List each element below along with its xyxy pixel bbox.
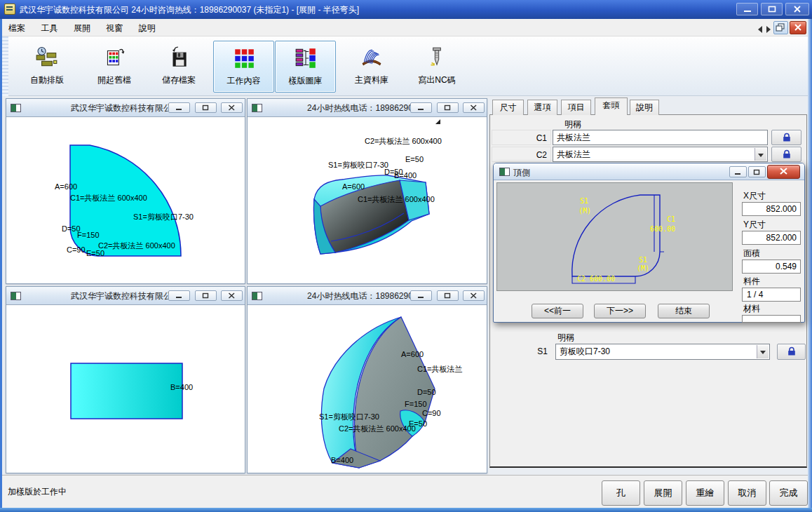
- part-count-value: 1 / 4: [742, 288, 801, 302]
- toolbar-master-database[interactable]: 主資料庫: [341, 41, 402, 93]
- dialog-title-bar[interactable]: 頂側: [494, 163, 804, 180]
- flat-pattern-view[interactable]: A=600 C1=共板法兰 600x400 S1=剪板咬口7-30 D=50 F…: [7, 118, 244, 283]
- fitting-value-c1[interactable]: 共板法兰: [553, 130, 768, 145]
- chevron-down-icon[interactable]: [755, 148, 766, 161]
- window-frame-left: [0, 19, 2, 508]
- master-database-icon: [360, 46, 384, 69]
- menu-bar: 檔案 工具 展開 視窗 說明: [2, 19, 808, 36]
- child-title-bar[interactable]: 24小时热线电话：18986290037: [248, 287, 487, 305]
- dim-label: C1=共板法兰 600x400: [70, 193, 147, 203]
- child-title-bar[interactable]: 24小时热线电话：18986290037: [248, 99, 487, 117]
- tab-options[interactable]: 選項: [527, 100, 557, 115]
- drawing-icon: [11, 292, 21, 300]
- child-restore-button[interactable]: [437, 102, 459, 113]
- toolbar-overflow-icon[interactable]: [435, 119, 440, 124]
- cancel-button[interactable]: 取消: [728, 480, 766, 506]
- toolbar-auto-nest[interactable]: 自動排版: [16, 41, 78, 93]
- mdi-next-icon[interactable]: [766, 26, 771, 33]
- dialog-title: 頂側: [513, 167, 530, 179]
- toolbar-template-library[interactable]: 樣版圖庫: [275, 41, 336, 93]
- part-count-label: 料件: [743, 276, 760, 288]
- mdi-restore-button[interactable]: [773, 21, 788, 34]
- material-value: [742, 315, 801, 323]
- dim-label: A=600: [342, 182, 365, 191]
- lock-button-c1[interactable]: [771, 130, 801, 145]
- toolbar-label: 開起舊檔: [97, 75, 131, 85]
- toolbar: 自動排版 開起舊檔 儲存檔案: [2, 36, 808, 96]
- child-restore-button[interactable]: [195, 102, 217, 113]
- redraw-button[interactable]: 重繪: [686, 480, 724, 506]
- tab-notes[interactable]: 說明: [630, 100, 659, 115]
- child-restore-button[interactable]: [195, 290, 217, 301]
- window-title: 武汉华宇诚数控科技有限公司 24小时咨询热线：18986290037 (未指定1…: [20, 4, 359, 16]
- previous-button[interactable]: <<前一: [532, 304, 583, 318]
- mdi-close-icon: [794, 24, 802, 32]
- child-close-button[interactable]: [221, 102, 243, 113]
- status-bar: 加樣版於工作中 孔 展開 重繪 取消 完成: [2, 475, 808, 508]
- child-restore-button[interactable]: [437, 290, 459, 301]
- iso-view-1[interactable]: C2=共板法兰 600x400 S1=剪板咬口7-30 E=50 D=50 B=…: [248, 118, 486, 283]
- child-title-bar[interactable]: 武汉华宇诚数控科技有限公司: [6, 287, 245, 305]
- menu-help[interactable]: 說明: [133, 19, 162, 37]
- open-file-icon: [102, 46, 126, 69]
- toolbar-work-content[interactable]: 工作內容: [213, 41, 274, 93]
- dim-label: S1=剪板咬口7-30: [319, 412, 379, 422]
- drawing-icon: [252, 292, 262, 300]
- menu-window[interactable]: 視窗: [100, 19, 129, 37]
- close-icon: [228, 292, 236, 299]
- app-icon: [4, 4, 15, 15]
- dim-label: E=50: [86, 249, 104, 257]
- tab-items[interactable]: 項目: [561, 100, 591, 115]
- menu-unfold[interactable]: 展開: [67, 19, 97, 37]
- child-title-bar[interactable]: 武汉华宇诚数控科技有限公司: [6, 99, 245, 117]
- child-window-bottom-right: 24小时热线电话：18986290037: [247, 286, 487, 473]
- duct-side-view[interactable]: B=400: [7, 306, 244, 472]
- mdi-close-button[interactable]: [790, 21, 806, 34]
- tab-dimensions[interactable]: 尺寸: [492, 100, 524, 115]
- menu-tools[interactable]: 工具: [34, 19, 64, 37]
- maximize-button[interactable]: [761, 3, 783, 15]
- unfold-button[interactable]: 展開: [644, 480, 682, 506]
- finish-button[interactable]: 结束: [658, 304, 710, 318]
- iso-view-2[interactable]: A=600 C1=共板法兰 D=50 F=150 C=90 S1=剪板咬口7-3…: [248, 306, 486, 472]
- fitting-key-c2: C2: [492, 147, 551, 162]
- restore-windows-icon: [776, 23, 786, 32]
- area-label: 面積: [743, 248, 760, 260]
- minimize-icon: [417, 292, 425, 299]
- seam-value-s1[interactable]: 剪板咬口7-30: [555, 344, 770, 360]
- lock-button-c2[interactable]: [771, 147, 801, 162]
- child-close-button[interactable]: [463, 102, 485, 113]
- hole-button[interactable]: 孔: [602, 480, 640, 506]
- seams-header: 明稱: [557, 332, 574, 344]
- dialog-close-button[interactable]: [767, 165, 800, 179]
- dim-label: A=600: [55, 182, 77, 191]
- next-button[interactable]: 下一>>: [594, 304, 646, 318]
- child-close-button[interactable]: [221, 290, 243, 301]
- child-minimize-button[interactable]: [410, 290, 432, 301]
- child-minimize-button[interactable]: [410, 102, 432, 113]
- menu-file[interactable]: 檔案: [2, 19, 32, 37]
- child-minimize-button[interactable]: [168, 290, 190, 301]
- toolbar-gripper[interactable]: [2, 36, 8, 96]
- dialog-minimize-button[interactable]: [729, 166, 747, 177]
- fitting-value-c2[interactable]: 共板法兰: [553, 147, 768, 162]
- toolbar-save-file[interactable]: 儲存檔案: [148, 41, 210, 93]
- maximize-icon: [768, 6, 776, 13]
- child-minimize-button[interactable]: [168, 102, 190, 113]
- mdi-prev-icon[interactable]: [758, 26, 762, 33]
- complete-button[interactable]: 完成: [769, 480, 808, 506]
- tab-connections[interactable]: 套頭: [595, 97, 628, 115]
- close-button[interactable]: [785, 3, 809, 15]
- fittings-header: 明稱: [564, 119, 581, 130]
- template-library-icon: [294, 46, 318, 70]
- lock-button-s1[interactable]: [777, 344, 806, 360]
- pattern-preview-canvas[interactable]: S1 (M) C1 600.00 S1 (M) C2 600.00: [496, 182, 733, 291]
- minimize-button[interactable]: [736, 3, 758, 15]
- toolbar-write-nc[interactable]: 寫出NC碼: [406, 41, 468, 93]
- edge-dim-label: 600.00: [650, 225, 675, 233]
- dialog-restore-button[interactable]: [748, 166, 766, 177]
- chevron-down-icon[interactable]: [757, 345, 769, 358]
- child-close-button[interactable]: [463, 290, 485, 301]
- toolbar-open-file[interactable]: 開起舊檔: [83, 41, 145, 93]
- lock-icon: [781, 149, 792, 159]
